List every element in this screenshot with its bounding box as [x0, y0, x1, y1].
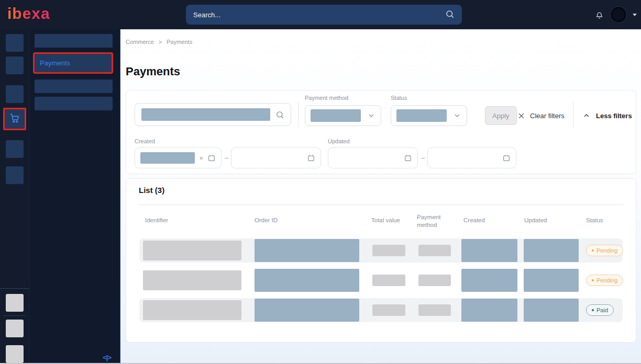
- column-header-status: Status: [586, 217, 603, 223]
- column-header-updated: Updated: [524, 217, 547, 223]
- calendar-icon[interactable]: [207, 154, 216, 162]
- rail-divider-2: [3, 315, 26, 316]
- updated-from-date-input[interactable]: [328, 147, 418, 168]
- table-row[interactable]: Paid: [139, 298, 623, 322]
- calendar-icon[interactable]: [404, 154, 412, 162]
- payment-method-redacted: [418, 304, 451, 316]
- filter-search-value-redacted: [141, 108, 270, 121]
- sidebar-item-4[interactable]: [35, 97, 113, 110]
- user-avatar[interactable]: [611, 7, 626, 22]
- column-header-identifier: Identifier: [145, 217, 168, 223]
- status-dot: [592, 279, 594, 281]
- page-title: Payments: [126, 65, 180, 78]
- clear-date-icon[interactable]: ×: [199, 154, 203, 162]
- filter-divider-2: [573, 102, 573, 127]
- calendar-icon[interactable]: [502, 154, 511, 162]
- table-row[interactable]: Pending: [139, 268, 623, 292]
- created-to-date-input[interactable]: [231, 147, 321, 168]
- sidebar-collapse-toggle-icon[interactable]: <|>: [103, 354, 111, 361]
- column-header-created: Created: [463, 217, 485, 223]
- created-redacted: [461, 299, 517, 322]
- payments-list-panel: List (3) Identifier Order ID Total value…: [126, 178, 636, 343]
- clear-filters-label: Clear filters: [530, 112, 565, 120]
- list-title: List (3): [139, 186, 164, 195]
- calendar-icon[interactable]: [307, 154, 315, 162]
- close-icon: [517, 112, 525, 120]
- created-from-value-redacted: [140, 152, 195, 164]
- identifier-redacted: [143, 300, 241, 320]
- created-label: Created: [135, 138, 155, 144]
- date-range-separator: –: [225, 147, 228, 168]
- search-icon: [445, 9, 455, 20]
- updated-redacted: [524, 269, 579, 292]
- order-id-redacted: [255, 299, 359, 322]
- total-value-redacted: [372, 245, 405, 256]
- global-search-input[interactable]: Search...: [186, 5, 462, 25]
- topbar-actions: [594, 0, 637, 29]
- main-content: Commerce > Payments Payments Payment met…: [120, 29, 641, 364]
- column-header-order-id: Order ID: [255, 217, 278, 223]
- app-window: ibexa Search...: [0, 0, 641, 364]
- created-from-date-input[interactable]: ×: [135, 147, 222, 168]
- status-value-redacted: [396, 109, 447, 122]
- topbar: ibexa Search...: [0, 0, 641, 29]
- payment-method-value-redacted: [311, 109, 361, 122]
- payment-method-redacted: [418, 275, 451, 286]
- column-header-payment-method: Payment method: [417, 213, 448, 229]
- status-select[interactable]: [391, 105, 467, 126]
- apply-button[interactable]: Apply: [485, 106, 517, 125]
- rail-item-6[interactable]: [6, 166, 24, 184]
- chevron-down-icon: [367, 111, 375, 120]
- updated-label: Updated: [328, 138, 350, 144]
- breadcrumb: Commerce > Payments: [126, 39, 192, 45]
- rail-item-2[interactable]: [6, 56, 24, 74]
- order-id-redacted: [255, 269, 359, 292]
- order-id-redacted: [255, 239, 359, 262]
- user-menu-caret-down-icon[interactable]: [633, 14, 637, 16]
- rail-item-commerce-highlighted[interactable]: [3, 108, 26, 130]
- notifications-bell-icon[interactable]: [594, 10, 604, 20]
- rail-item-1[interactable]: [6, 34, 24, 52]
- less-filters-toggle[interactable]: Less filters: [582, 106, 632, 125]
- updated-to-date-input[interactable]: [427, 147, 516, 168]
- rail-item-3[interactable]: [6, 85, 24, 103]
- chevron-down-icon: [453, 111, 461, 120]
- rail-bottom-item-3[interactable]: [6, 345, 24, 363]
- rail-bottom-item-1[interactable]: [6, 294, 24, 312]
- created-redacted: [461, 239, 517, 262]
- total-value-redacted: [372, 304, 405, 316]
- breadcrumb-payments[interactable]: Payments: [167, 39, 192, 45]
- column-header-total-value: Total value: [371, 217, 400, 223]
- list-divider: [139, 204, 623, 205]
- payment-method-label: Payment method: [305, 95, 348, 101]
- created-redacted: [461, 269, 517, 292]
- filter-divider-1: [298, 102, 299, 127]
- updated-redacted: [524, 299, 579, 322]
- status-dot: [592, 309, 594, 311]
- sidebar-item-1[interactable]: [35, 34, 113, 48]
- section-sidebar: Payments <|>: [29, 29, 120, 364]
- status-dot: [592, 249, 594, 252]
- less-filters-label: Less filters: [596, 112, 632, 120]
- sidebar-item-payments-label: Payments: [40, 59, 70, 67]
- rail-bottom-item-2[interactable]: [6, 320, 24, 337]
- identifier-redacted: [143, 270, 241, 290]
- filter-search-input[interactable]: [135, 103, 291, 126]
- payment-method-redacted: [418, 245, 451, 256]
- cart-icon: [9, 112, 20, 126]
- sidebar-item-payments-highlighted[interactable]: Payments: [33, 52, 113, 74]
- rail-divider: [0, 288, 29, 289]
- payment-method-select[interactable]: [305, 105, 381, 126]
- status-badge: Pending: [586, 245, 623, 256]
- breadcrumb-separator: >: [159, 39, 162, 45]
- clear-filters-button[interactable]: Clear filters: [517, 106, 565, 125]
- rail-item-5[interactable]: [6, 140, 24, 158]
- total-value-redacted: [372, 275, 405, 286]
- brand-logo[interactable]: ibexa: [7, 5, 50, 22]
- status-badge: Pending: [586, 275, 623, 286]
- status-label: Status: [391, 95, 407, 101]
- updated-redacted: [524, 239, 579, 262]
- sidebar-item-3[interactable]: [35, 79, 113, 93]
- breadcrumb-commerce[interactable]: Commerce: [126, 39, 154, 45]
- table-row[interactable]: Pending: [139, 238, 623, 263]
